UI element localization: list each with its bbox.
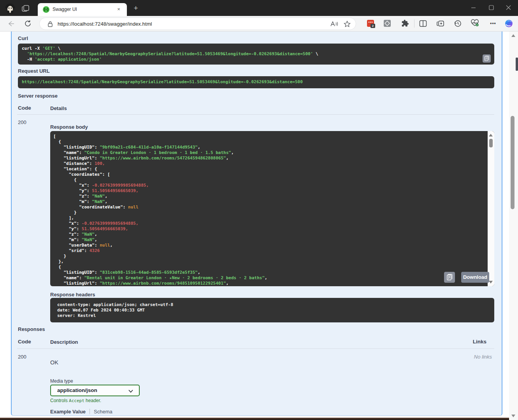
swagger-page: Curl curl -X 'GET' \ 'https://localhost:… <box>0 0 518 420</box>
example-schema-tabs: Example ValueSchema <box>50 409 112 415</box>
server-response-label: Server response <box>18 93 58 99</box>
tab-schema[interactable]: Schema <box>94 409 112 415</box>
chevron-down-icon <box>128 390 133 393</box>
status-code: 200 <box>18 119 26 125</box>
response-body-block: [ { "listingUID": "9bf09a21-c684-411d-a1… <box>50 131 494 286</box>
response-description: OK <box>50 359 58 366</box>
media-type-value: application/json <box>57 387 97 393</box>
copy-response-button[interactable] <box>444 272 455 283</box>
request-url-label: Request URL <box>18 68 50 74</box>
sidebar-edge <box>516 58 518 71</box>
responses-status-code: 200 <box>18 354 26 360</box>
request-url-block: https://localhost:7248/Spatial/NearbyGeo… <box>18 76 494 88</box>
response-body-code: [ { "listingUID": "9bf09a21-c684-411d-a1… <box>50 131 484 289</box>
tab-divider <box>90 409 90 414</box>
copy-curl-button[interactable] <box>483 54 491 63</box>
responses-code-header: Code <box>18 339 31 345</box>
scroll-down-icon[interactable] <box>489 281 493 284</box>
no-links-text: No links <box>453 354 492 360</box>
page-scroll-down-icon[interactable] <box>511 415 515 417</box>
response-headers-block: content-type: application/json; charset=… <box>50 298 494 322</box>
table-divider <box>17 114 494 115</box>
responses-label: Responses <box>18 326 45 332</box>
scroll-thumb[interactable] <box>489 139 493 147</box>
responses-table-divider <box>17 348 494 349</box>
page-scroll-up-icon[interactable] <box>511 34 515 37</box>
scroll-up-icon[interactable] <box>489 134 493 136</box>
example-block-top-edge <box>0 418 518 420</box>
response-headers-label: Response headers <box>50 292 95 298</box>
page-scrollbar-thumb[interactable] <box>511 116 514 209</box>
code-column-header: Code <box>18 105 31 111</box>
download-button[interactable]: Download <box>461 272 489 283</box>
curl-label: Curl <box>18 35 28 41</box>
media-type-label: Media type <box>50 378 73 384</box>
tab-example-value[interactable]: Example Value <box>50 409 86 415</box>
curl-command-block: curl -X 'GET' \ 'https://localhost:7248/… <box>18 44 494 65</box>
response-body-scrollbar[interactable] <box>488 131 494 286</box>
links-header: Links <box>448 339 486 345</box>
response-body-label: Response body <box>50 124 88 130</box>
controls-accept-note: Controls Accept header. <box>50 398 101 403</box>
details-column-header: Details <box>50 105 67 111</box>
page-scrollbar[interactable] <box>509 32 518 420</box>
media-type-select[interactable]: application/json <box>50 385 140 396</box>
description-header: Description <box>50 339 78 345</box>
